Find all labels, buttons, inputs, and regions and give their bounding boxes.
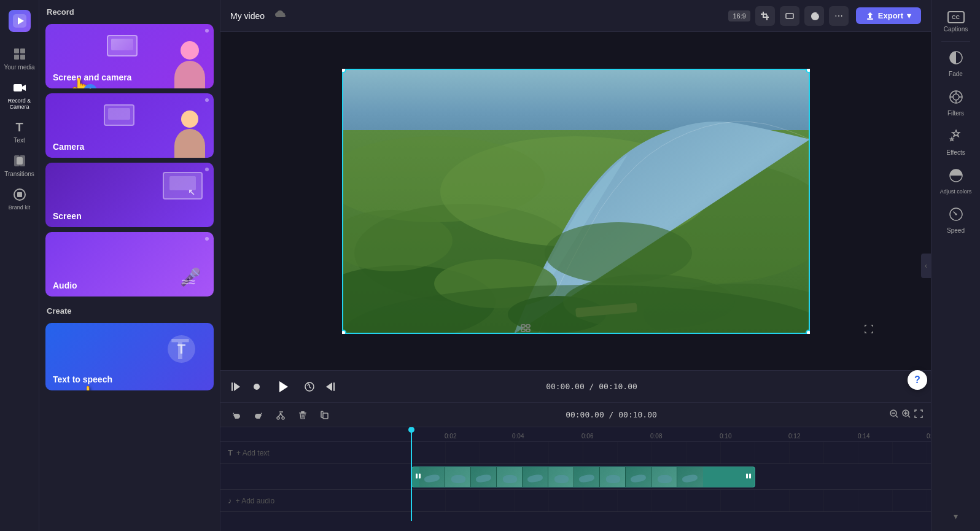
cut-button[interactable] [272,406,289,424]
svg-rect-57 [746,474,748,479]
filters-panel-item[interactable]: Filters [933,83,979,123]
svg-rect-3 [20,48,25,53]
screen-label: Screen [53,211,82,221]
timeline-toolbar: 00:00.00 / 00:10.00 [220,403,931,427]
main-area: My video 16:9 ⋯ [220,0,931,531]
top-bar: My video 16:9 ⋯ [220,0,931,32]
speed-panel-item[interactable]: Speed [933,201,979,240]
sidebar-item-record-camera[interactable]: Record &Camera [0,76,39,115]
add-audio-button[interactable]: + Add audio [236,497,275,505]
adjust-colors-panel-item[interactable]: Adjust colors [933,162,979,201]
ruler-0-06: 0:06 [581,433,593,440]
clip-thumbnails [419,467,755,487]
captions-icon: CC [947,11,965,23]
cloud-icon [274,10,287,22]
screen-card[interactable]: ↖ Screen [45,163,214,227]
wave-icon: ≈≈ [182,275,195,289]
svg-marker-36 [279,381,288,392]
undo-button[interactable] [228,406,245,424]
fade-panel-item[interactable]: Fade [933,44,979,83]
aspect-button[interactable] [780,6,799,26]
ruler-0-10: 0:10 [720,433,731,440]
svg-rect-10 [17,157,23,165]
captions-panel-item[interactable]: CC Captions [933,5,979,39]
delete-button[interactable] [294,406,311,424]
svg-rect-38 [333,382,335,391]
text-icon: T [12,120,27,134]
effects-panel-item[interactable]: Effects [933,123,979,162]
svg-line-49 [896,416,898,417]
zoom-controls [889,409,924,421]
audio-label: Audio [53,281,77,290]
ruler-marks: 0:02 0:04 0:06 0:08 0:10 0:12 0:14 0:16 … [411,427,931,441]
sidebar-item-brand[interactable]: Brand kit [0,182,39,215]
video-track-area [411,464,931,489]
svg-point-61 [953,94,959,100]
help-button[interactable]: ? [908,370,927,390]
export-chevron: ▾ [907,11,911,20]
play-button[interactable] [272,376,294,398]
fit-button[interactable] [914,409,924,421]
skip-start-button[interactable] [230,381,241,392]
svg-rect-2 [14,48,19,53]
preview-icon-button[interactable] [520,324,531,335]
forward-button[interactable] [304,381,315,392]
captions-label: Captions [944,26,968,33]
fullscreen-button[interactable] [863,324,874,335]
svg-rect-46 [299,413,306,414]
fade-label: Fade [949,71,963,77]
right-panel-collapse-arrow[interactable]: ‹ [921,254,931,278]
collapse-panel-button[interactable]: ▾ [954,511,958,521]
svg-rect-45 [301,411,305,413]
zoom-out-button[interactable] [889,409,899,421]
playback-controls [230,376,336,398]
sidebar-item-transitions[interactable]: Transitions [0,149,39,182]
svg-rect-14 [867,18,873,20]
screen-camera-card[interactable]: Screen and camera 👆 1 [45,24,214,88]
zoom-in-button[interactable] [901,409,911,421]
skip-end-button[interactable] [325,381,336,392]
crop-button[interactable] [755,6,775,26]
sidebar-item-your-media[interactable]: Your media [0,42,39,76]
filters-icon [949,90,963,107]
adjust-colors-icon [949,168,963,186]
svg-line-52 [908,416,910,417]
svg-rect-6 [14,84,22,91]
text-to-speech-card[interactable]: T T Text to speech 👆 2 [45,323,214,390]
export-button[interactable]: Export ▾ [856,7,921,24]
ruler-0-16: 0:16 [927,433,931,440]
svg-point-24 [545,222,692,284]
video-title: My video [230,11,265,21]
more-button[interactable]: ⋯ [829,6,849,26]
svg-point-41 [282,417,284,419]
camera-card[interactable]: Camera [45,93,214,158]
playhead [411,427,412,521]
ruler-0-02: 0:02 [445,433,456,440]
transitions-icon [12,153,27,168]
audio-card[interactable]: 🎤 ≈≈ Audio [45,232,214,297]
filters-label: Filters [947,110,964,117]
audio-track-label: ♪ + Add audio [220,496,411,505]
svg-rect-34 [231,382,233,391]
sidebar-label-transitions: Transitions [4,171,34,177]
rotate-button[interactable] [804,6,824,26]
svg-rect-13 [786,14,793,18]
sidebar-item-text[interactable]: T Text [0,115,39,149]
copy-button[interactable] [316,406,333,424]
ruler-0-08: 0:08 [650,433,662,440]
video-clip[interactable] [411,467,755,487]
rewind-button[interactable] [251,381,262,392]
redo-button[interactable] [250,406,267,424]
timeline-area: 00:00.00 / 00:10.00 [220,402,931,531]
add-text-button[interactable]: + Add text [236,449,270,457]
svg-rect-47 [323,413,328,419]
svg-line-43 [280,413,283,417]
preview-icon-area [520,324,531,335]
right-panel: CC Captions Fade Filters [931,0,980,531]
clip-pause-left [414,473,422,482]
svg-rect-58 [749,474,751,479]
svg-rect-12 [17,192,22,197]
panel-expand-collapse[interactable]: ▾ [954,511,958,521]
svg-point-68 [955,214,957,215]
video-track-row [220,464,931,490]
